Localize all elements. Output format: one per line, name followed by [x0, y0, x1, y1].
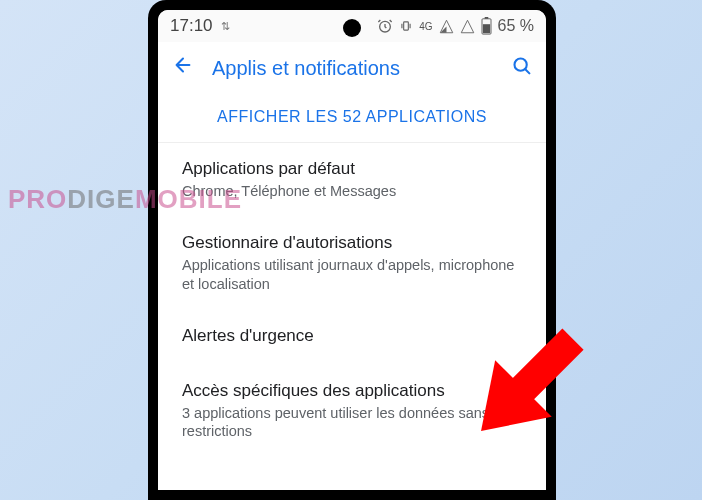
near-field-icon: ⇅ [221, 20, 230, 33]
camera-notch [343, 19, 361, 37]
svg-rect-4 [482, 24, 489, 33]
battery-icon [481, 17, 492, 35]
show-all-apps-button[interactable]: AFFICHER LES 52 APPLICATIONS [158, 94, 546, 143]
settings-item-title: Applications par défaut [182, 159, 530, 179]
settings-item-subtitle: Applications utilisant journaux d'appels… [182, 256, 530, 294]
status-left: 17:10 ⇅ [170, 16, 230, 36]
back-button[interactable] [172, 54, 194, 82]
network-label: 4G [419, 21, 432, 32]
watermark-dige: DIGE [67, 184, 135, 214]
phone-frame: 17:10 ⇅ 4G 65 % [148, 0, 556, 500]
signal-icon [439, 19, 454, 34]
svg-rect-1 [404, 22, 409, 30]
status-right: 4G 65 % [377, 17, 534, 35]
app-bar: Applis et notifications [158, 42, 546, 94]
phone-screen: 17:10 ⇅ 4G 65 % [158, 10, 546, 490]
watermark-pro: PRO [8, 184, 67, 214]
svg-rect-3 [484, 17, 488, 19]
search-button[interactable] [511, 55, 532, 81]
watermark: PRODIGEMOBILE [8, 184, 242, 215]
settings-item-title: Accès spécifiques des applications [182, 381, 530, 401]
watermark-mobile: MOBILE [135, 184, 242, 214]
page-title: Applis et notifications [212, 57, 493, 80]
alarm-icon [377, 18, 393, 34]
vibrate-icon [399, 19, 413, 33]
settings-item-permissions[interactable]: Gestionnaire d'autorisations Application… [182, 217, 546, 310]
settings-item-subtitle: 3 applications peuvent utiliser les donn… [182, 404, 530, 442]
signal-2-icon [460, 19, 475, 34]
settings-item-title: Alertes d'urgence [182, 326, 530, 346]
settings-item-emergency-alerts[interactable]: Alertes d'urgence [182, 310, 546, 365]
battery-percent: 65 % [498, 17, 534, 35]
status-time: 17:10 [170, 16, 213, 36]
show-all-apps-label: AFFICHER LES 52 APPLICATIONS [217, 108, 487, 125]
settings-item-special-access[interactable]: Accès spécifiques des applications 3 app… [182, 365, 546, 458]
settings-item-title: Gestionnaire d'autorisations [182, 233, 530, 253]
